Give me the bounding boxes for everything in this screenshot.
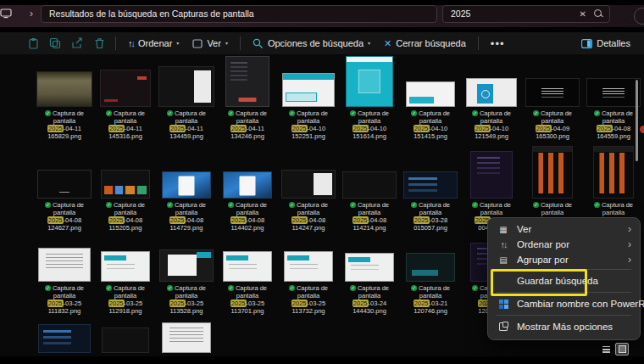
- synced-check-icon: ✓: [167, 110, 173, 116]
- file-item[interactable]: ✓Captura depantalla2025-03-25113732.png: [278, 239, 339, 315]
- file-item[interactable]: ✓Captura depantalla2025-04-09165300.png: [522, 54, 583, 140]
- file-name: ✓Captura depantalla2025-04-11134246.png: [217, 109, 278, 140]
- file-thumbnail-wrap: [156, 239, 217, 282]
- file-thumbnail-wrap: [34, 239, 95, 282]
- file-thumbnail: [101, 170, 150, 199]
- file-item[interactable]: ✓Captura depantalla2025-03-24144430.png: [339, 239, 400, 315]
- file-thumbnail-wrap: [217, 239, 278, 282]
- file-item[interactable]: ✓Captura depantalla: [522, 143, 583, 216]
- file-thumbnail: [223, 171, 272, 199]
- menu-item-guardar-b-squeda[interactable]: Guardar búsqueda: [488, 272, 640, 290]
- synced-check-icon: ✓: [289, 110, 295, 116]
- details-view-icon[interactable]: [600, 344, 612, 355]
- search-term-highlight: 2025: [108, 216, 125, 224]
- file-item[interactable]: ✓Captura depantalla2025-04-11165829.png: [34, 54, 95, 140]
- file-name: ✓Captura depantalla2025-03-25113701.png: [217, 284, 278, 315]
- search-box[interactable]: ✕: [442, 5, 610, 23]
- synced-check-icon: ✓: [45, 285, 51, 291]
- file-name: ✓Captura depantalla2025-04-09165300.png: [522, 109, 583, 140]
- address-bar[interactable]: Resultados de la búsqueda en Capturas de…: [41, 5, 437, 23]
- file-thumbnail-wrap: [400, 143, 461, 199]
- file-thumbnail-wrap: [34, 54, 95, 107]
- file-thumbnail: [100, 70, 151, 107]
- file-item[interactable]: ✓Captura depantalla2025-04-08114402.png: [217, 143, 278, 232]
- search-options-button[interactable]: Opciones de búsqueda ▾: [246, 34, 377, 53]
- file-name: ✓Captura depantalla2025-03-25111832.png: [34, 284, 95, 315]
- search-term-highlight: 2025: [353, 216, 369, 224]
- file-name: ✓Captura depantalla: [583, 201, 644, 216]
- file-thumbnail: [466, 78, 517, 107]
- menu-item-cambiar-nombre-con-powerrename[interactable]: Cambiar nombre con PowerRename: [488, 294, 640, 313]
- synced-check-icon: ✓: [472, 285, 478, 291]
- explorer-window: › Resultados de la búsqueda en Capturas …: [0, 0, 644, 364]
- file-item[interactable]: ✓Captura depantalla2025-03-25111832.png: [34, 239, 95, 315]
- file-item[interactable]: ✓Captura depantalla2025-04-08114729.png: [156, 143, 217, 232]
- sort-icon: ↑↓: [497, 239, 510, 249]
- bottom-black-edge: [0, 356, 644, 364]
- file-thumbnail-wrap: [156, 143, 217, 199]
- file-thumbnail: [532, 146, 573, 199]
- close-icon: ✕: [384, 38, 391, 49]
- file-name: ✓Captura depantalla2025-04-08115205.png: [95, 201, 156, 232]
- search-term-highlight: 2025: [47, 125, 64, 132]
- status-bar: [0, 342, 641, 356]
- content-scrollbar[interactable]: [636, 80, 638, 161]
- file-thumbnail: [159, 249, 214, 282]
- synced-check-icon: ✓: [411, 285, 417, 291]
- clear-search-icon[interactable]: ✕: [580, 9, 586, 19]
- clipboard-icon[interactable]: [22, 35, 44, 52]
- search-options-icon: [253, 38, 264, 49]
- copy-icon[interactable]: [44, 35, 66, 52]
- chevron-down-icon: ▾: [225, 41, 228, 46]
- file-name: ✓Captura depantalla2025-04-11134459.png: [156, 109, 217, 140]
- menu-item-ver[interactable]: ▦Ver›: [488, 221, 640, 237]
- search-input[interactable]: [449, 8, 580, 20]
- file-item[interactable]: ✓Captura depantalla2025-04-10121549.png: [461, 54, 522, 140]
- file-item[interactable]: ✓Captura depantalla2025-03-28015057.png: [400, 143, 461, 232]
- file-item[interactable]: ✓Captura depantalla2025-04-08124627.png: [34, 143, 95, 232]
- file-item[interactable]: ✓Captura depantalla2025-04-11134459.png: [156, 54, 217, 140]
- show-more-icon: [497, 322, 510, 333]
- file-item[interactable]: ✓Captura depantalla2025-03-25113528.png: [156, 239, 217, 315]
- details-pane-button[interactable]: Detalles: [581, 38, 644, 48]
- menu-item-ordenar-por[interactable]: ↑↓Ordenar por›: [488, 237, 640, 252]
- file-item[interactable]: ✓Captura depantalla2025-04-11134246.png: [217, 54, 278, 140]
- file-thumbnail: [525, 78, 580, 107]
- close-search-button[interactable]: ✕ Cerrar búsqueda: [377, 34, 473, 53]
- file-item[interactable]: ✓Captura depantalla2025-04-08115205.png: [95, 143, 156, 232]
- context-menu: ▦Ver›↑↓Ordenar por›▤Agrupar por›Guardar …: [487, 217, 641, 340]
- file-item[interactable]: ✓Captura depantalla2025-04-10151415.png: [400, 54, 461, 140]
- file-item[interactable]: ✓Captura depantalla2025-04-08114247.png: [278, 143, 339, 232]
- synced-check-icon: ✓: [167, 285, 173, 291]
- thumbnails-view-icon[interactable]: [615, 343, 629, 356]
- file-name: ✓Captura depantalla2025-04-11165829.png: [34, 109, 95, 140]
- file-name: ✓Captura depantalla2025-04-10152251.png: [278, 109, 339, 140]
- file-name: ✓Captura depantalla2025-03-25113732.png: [278, 284, 339, 315]
- view-button[interactable]: Ver ▾: [186, 34, 235, 53]
- file-item[interactable]: ✓Captura depantalla2025-04-11145316.png: [95, 54, 156, 140]
- file-item[interactable]: ✓Captura depantalla2025-03-21120746.png: [400, 239, 461, 315]
- search-icon[interactable]: [594, 9, 603, 19]
- search-term-highlight: 2025: [230, 125, 247, 132]
- file-item[interactable]: ✓Captura depantalla2025-03-25113701.png: [217, 239, 278, 315]
- synced-check-icon: ✓: [289, 285, 295, 291]
- submenu-chevron-icon: ›: [628, 254, 631, 266]
- menu-item-agrupar-por[interactable]: ▤Agrupar por›: [488, 252, 640, 267]
- file-name: ✓Captura depantalla2025-04-08114247.png: [278, 201, 339, 232]
- file-item[interactable]: ✓Captura depantalla2025-04-10152251.png: [278, 54, 339, 140]
- file-thumbnail: [38, 248, 91, 282]
- share-icon[interactable]: [66, 35, 88, 52]
- file-thumbnail: [223, 251, 272, 282]
- synced-check-icon: ✓: [228, 285, 234, 291]
- file-item[interactable]: ✓Captura depantalla2025-04-10151614.png: [339, 54, 400, 140]
- file-item[interactable]: ✓Captura depantalla2025-04-08114214.png: [339, 143, 400, 232]
- file-thumbnail: [346, 56, 393, 107]
- sort-button[interactable]: ↑↓ Ordenar ▾: [121, 34, 186, 53]
- menu-item-mostrar-m-s-opciones[interactable]: Mostrar Más opciones: [488, 317, 640, 336]
- search-term-highlight: 2025: [291, 300, 308, 307]
- synced-check-icon: ✓: [45, 110, 51, 116]
- breadcrumb-chevron-icon[interactable]: ›: [25, 8, 37, 20]
- trash-icon[interactable]: [88, 35, 110, 52]
- file-item[interactable]: ✓Captura depantalla2025-03-25112918.png: [95, 239, 156, 315]
- more-options-button[interactable]: •••: [484, 37, 512, 50]
